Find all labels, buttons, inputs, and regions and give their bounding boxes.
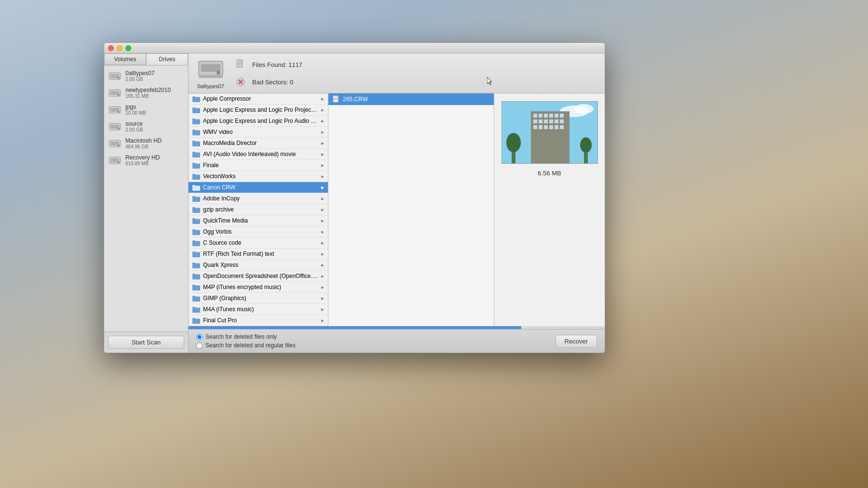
radio-deleted-only[interactable] — [196, 334, 203, 340]
sub-file-265crw[interactable]: 265.CRW — [328, 93, 494, 106]
category-apple-compressor[interactable]: Apple Compressor — [189, 93, 328, 105]
drive-info-recovery-hd: Recovery HD 619.89 MB — [125, 154, 160, 166]
svg-point-31 — [574, 104, 594, 114]
category-label-gzip-archive: gzip archive — [203, 206, 318, 213]
category-label-ogg-vorbis: Ogg Vorbis — [203, 228, 318, 235]
drive-icon-source — [108, 121, 122, 132]
category-quark-xpress[interactable]: Quark Xpress — [189, 260, 328, 271]
category-label-finale: Finale — [203, 162, 318, 169]
folder-icon — [192, 218, 200, 224]
category-avi-movie[interactable]: AVI (Audio Video Interleaved) movie — [189, 149, 328, 160]
category-adobe-incopy[interactable]: Adobe InCopy — [189, 193, 328, 204]
bottom-bar: Search for deleted files only Search for… — [189, 329, 605, 353]
category-macromedia-director[interactable]: MacroMedia Director — [189, 138, 328, 149]
category-final-cut-pro[interactable]: Final Cut Pro — [189, 315, 328, 326]
folder-icon — [192, 129, 200, 135]
category-label-avi-movie: AVI (Audio Video Interleaved) movie — [203, 151, 318, 158]
svg-rect-39 — [533, 119, 537, 123]
folder-icon — [192, 273, 200, 279]
category-label-wmv-video: WMV video — [203, 129, 318, 135]
start-scan-button[interactable]: Start Scan — [108, 336, 184, 349]
folder-icon — [192, 240, 200, 246]
category-quicktime-media[interactable]: QuickTime Media — [189, 215, 328, 226]
svg-rect-34 — [539, 114, 542, 118]
category-label-apple-logic-audio: Apple Logic Express and Logic Pro Audio … — [203, 118, 318, 124]
category-label-quark-xpress: Quark Xpress — [203, 262, 318, 268]
drive-icon-macintosh-hd — [108, 138, 122, 149]
drive-icon-0alltypes07 — [108, 71, 122, 81]
sub-file-label-265crw: 265.CRW — [343, 96, 490, 103]
folder-icon — [192, 140, 200, 146]
drive-size-source: 2.00 GB — [125, 127, 143, 132]
traffic-lights — [108, 45, 131, 51]
category-rtf[interactable]: RTF (Rich Text Format) text — [189, 249, 328, 260]
svg-rect-40 — [539, 119, 542, 123]
close-button[interactable] — [108, 45, 114, 51]
tab-drives[interactable]: Drives — [146, 53, 188, 65]
drive-item-0alltypes07[interactable]: 0alltypes07 2.00 GB — [104, 67, 188, 84]
folder-icon — [192, 162, 200, 169]
radio-group: Search for deleted files only Search for… — [196, 333, 548, 349]
folder-icon — [192, 96, 200, 102]
maximize-button[interactable] — [125, 45, 131, 51]
preview-file-size: 6.56 MB — [538, 170, 561, 177]
svg-rect-28 — [334, 99, 337, 100]
sidebar: Volumes Drives 0alltypes07 — [104, 53, 189, 353]
files-found-text: Files Found: 1117 — [252, 61, 302, 68]
svg-point-8 — [118, 111, 120, 113]
category-gimp[interactable]: GIMP (Graphics) — [189, 293, 328, 304]
category-c-source-code[interactable]: C Source code — [189, 237, 328, 249]
category-apple-logic-project[interactable]: Apple Logic Express and Logic Pro Projec… — [189, 105, 328, 116]
svg-point-17 — [118, 161, 120, 163]
folder-icon — [192, 118, 200, 124]
file-icon-265crw — [332, 95, 340, 103]
drive-item-recovery-hd[interactable]: Recovery HD 619.89 MB — [104, 152, 188, 169]
folder-icon — [192, 207, 200, 213]
selected-drive-wrap: 0alltypes07 — [196, 57, 225, 89]
radio-label-deleted-regular: Search for deleted and regular files — [205, 342, 296, 349]
drive-item-macintosh-hd[interactable]: Macintosh HD 464.96 GB — [104, 135, 188, 152]
category-label-gimp: GIMP (Graphics) — [203, 295, 318, 302]
folder-icon — [192, 262, 200, 268]
radio-option-deleted-regular[interactable]: Search for deleted and regular files — [196, 342, 548, 349]
drive-item-jpgs[interactable]: jpgs 10.00 MB — [104, 101, 188, 118]
category-label-vectorworks: VectorWorks — [203, 173, 318, 180]
svg-rect-47 — [544, 125, 548, 129]
folder-icon — [192, 173, 200, 180]
recover-button[interactable]: Recover — [556, 335, 597, 348]
drive-size-newtypesfeb2010: 195.31 MB — [125, 93, 171, 99]
category-label-final-cut-pro: Final Cut Pro — [203, 317, 318, 324]
drive-list: 0alltypes07 2.00 GB — [104, 66, 188, 331]
svg-point-11 — [118, 128, 120, 130]
svg-rect-21 — [199, 76, 223, 78]
minimize-button[interactable] — [117, 45, 122, 51]
drive-name-newtypesfeb2010: newtypesfeb2010 — [125, 87, 171, 93]
category-finale[interactable]: Finale — [189, 160, 328, 171]
bad-sectors-row: Bad Sectors: 0 — [235, 76, 597, 88]
bad-sectors-icon — [235, 76, 246, 88]
tab-bar: Volumes Drives — [104, 53, 188, 66]
drive-info-0alltypes07: 0alltypes07 2.00 GB — [125, 70, 155, 82]
files-found-row: Files Found: 1117 — [235, 59, 597, 70]
category-gzip-archive[interactable]: gzip archive — [189, 204, 328, 215]
category-label-m4a: M4A (iTunes music) — [203, 306, 318, 313]
radio-deleted-regular[interactable] — [196, 343, 203, 349]
category-m4p[interactable]: M4P (iTunes encrypted music) — [189, 282, 328, 293]
sub-file-list: 265.CRW — [328, 93, 494, 326]
drive-item-newtypesfeb2010[interactable]: newtypesfeb2010 195.31 MB — [104, 84, 188, 101]
category-canon-crw[interactable]: Canon CRW — [189, 182, 328, 193]
desktop: Volumes Drives 0alltypes07 — [0, 0, 868, 488]
category-apple-logic-audio[interactable]: Apple Logic Express and Logic Pro Audio … — [189, 116, 328, 127]
drive-item-source[interactable]: source 2.00 GB — [104, 118, 188, 135]
category-opendocument[interactable]: OpenDocument Spreadsheet (OpenOffice.org… — [189, 271, 328, 282]
radio-option-deleted-only[interactable]: Search for deleted files only — [196, 333, 548, 340]
tab-volumes[interactable]: Volumes — [104, 53, 146, 65]
folder-icon — [192, 229, 200, 235]
category-ogg-vorbis[interactable]: Ogg Vorbis — [189, 226, 328, 237]
svg-point-54 — [580, 137, 592, 153]
bad-sectors-text: Bad Sectors: 0 — [252, 79, 293, 86]
category-m4a[interactable]: M4A (iTunes music) — [189, 304, 328, 315]
radio-label-deleted-only: Search for deleted files only — [205, 333, 277, 340]
category-wmv-video[interactable]: WMV video — [189, 127, 328, 138]
category-vectorworks[interactable]: VectorWorks — [189, 171, 328, 182]
